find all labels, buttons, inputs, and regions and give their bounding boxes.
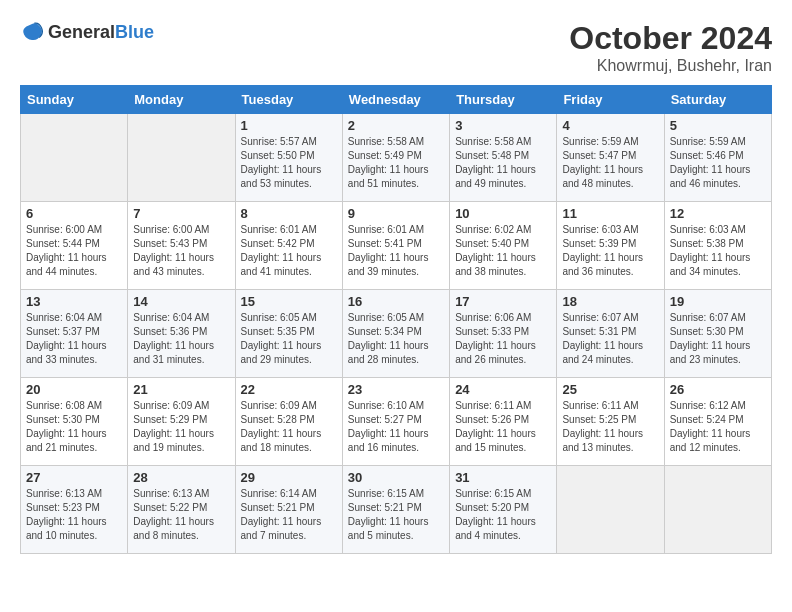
day-number: 29 (241, 470, 337, 485)
day-cell: 22Sunrise: 6:09 AMSunset: 5:28 PMDayligh… (235, 378, 342, 466)
day-cell: 8Sunrise: 6:01 AMSunset: 5:42 PMDaylight… (235, 202, 342, 290)
day-number: 31 (455, 470, 551, 485)
day-number: 30 (348, 470, 444, 485)
day-info: Sunrise: 6:13 AMSunset: 5:22 PMDaylight:… (133, 487, 229, 543)
day-number: 3 (455, 118, 551, 133)
day-info: Sunrise: 6:11 AMSunset: 5:25 PMDaylight:… (562, 399, 658, 455)
day-info: Sunrise: 6:10 AMSunset: 5:27 PMDaylight:… (348, 399, 444, 455)
header-thursday: Thursday (450, 86, 557, 114)
calendar-table: SundayMondayTuesdayWednesdayThursdayFrid… (20, 85, 772, 554)
day-info: Sunrise: 6:03 AMSunset: 5:39 PMDaylight:… (562, 223, 658, 279)
day-info: Sunrise: 6:04 AMSunset: 5:36 PMDaylight:… (133, 311, 229, 367)
day-number: 11 (562, 206, 658, 221)
day-number: 13 (26, 294, 122, 309)
logo-blue: Blue (115, 22, 154, 42)
day-cell (21, 114, 128, 202)
day-cell: 15Sunrise: 6:05 AMSunset: 5:35 PMDayligh… (235, 290, 342, 378)
day-info: Sunrise: 6:12 AMSunset: 5:24 PMDaylight:… (670, 399, 766, 455)
header-wednesday: Wednesday (342, 86, 449, 114)
calendar-body: 1Sunrise: 5:57 AMSunset: 5:50 PMDaylight… (21, 114, 772, 554)
logo-general: General (48, 22, 115, 42)
header-tuesday: Tuesday (235, 86, 342, 114)
day-info: Sunrise: 6:02 AMSunset: 5:40 PMDaylight:… (455, 223, 551, 279)
day-number: 16 (348, 294, 444, 309)
header-saturday: Saturday (664, 86, 771, 114)
day-cell: 17Sunrise: 6:06 AMSunset: 5:33 PMDayligh… (450, 290, 557, 378)
week-row-1: 1Sunrise: 5:57 AMSunset: 5:50 PMDaylight… (21, 114, 772, 202)
location: Khowrmuj, Bushehr, Iran (569, 57, 772, 75)
day-cell: 2Sunrise: 5:58 AMSunset: 5:49 PMDaylight… (342, 114, 449, 202)
day-info: Sunrise: 6:09 AMSunset: 5:29 PMDaylight:… (133, 399, 229, 455)
title-block: October 2024 Khowrmuj, Bushehr, Iran (569, 20, 772, 75)
day-number: 9 (348, 206, 444, 221)
day-cell: 16Sunrise: 6:05 AMSunset: 5:34 PMDayligh… (342, 290, 449, 378)
day-cell: 30Sunrise: 6:15 AMSunset: 5:21 PMDayligh… (342, 466, 449, 554)
logo-text: GeneralBlue (48, 22, 154, 43)
day-cell: 25Sunrise: 6:11 AMSunset: 5:25 PMDayligh… (557, 378, 664, 466)
day-info: Sunrise: 6:15 AMSunset: 5:21 PMDaylight:… (348, 487, 444, 543)
day-number: 8 (241, 206, 337, 221)
day-cell (664, 466, 771, 554)
day-info: Sunrise: 6:00 AMSunset: 5:43 PMDaylight:… (133, 223, 229, 279)
day-number: 27 (26, 470, 122, 485)
day-cell: 27Sunrise: 6:13 AMSunset: 5:23 PMDayligh… (21, 466, 128, 554)
day-info: Sunrise: 6:11 AMSunset: 5:26 PMDaylight:… (455, 399, 551, 455)
day-number: 26 (670, 382, 766, 397)
day-number: 4 (562, 118, 658, 133)
day-number: 14 (133, 294, 229, 309)
day-info: Sunrise: 6:07 AMSunset: 5:31 PMDaylight:… (562, 311, 658, 367)
calendar-header: SundayMondayTuesdayWednesdayThursdayFrid… (21, 86, 772, 114)
day-cell: 6Sunrise: 6:00 AMSunset: 5:44 PMDaylight… (21, 202, 128, 290)
day-cell: 14Sunrise: 6:04 AMSunset: 5:36 PMDayligh… (128, 290, 235, 378)
day-cell (557, 466, 664, 554)
day-number: 25 (562, 382, 658, 397)
day-cell: 11Sunrise: 6:03 AMSunset: 5:39 PMDayligh… (557, 202, 664, 290)
day-number: 18 (562, 294, 658, 309)
day-info: Sunrise: 6:09 AMSunset: 5:28 PMDaylight:… (241, 399, 337, 455)
day-info: Sunrise: 6:03 AMSunset: 5:38 PMDaylight:… (670, 223, 766, 279)
day-cell: 9Sunrise: 6:01 AMSunset: 5:41 PMDaylight… (342, 202, 449, 290)
day-cell: 26Sunrise: 6:12 AMSunset: 5:24 PMDayligh… (664, 378, 771, 466)
day-info: Sunrise: 5:59 AMSunset: 5:47 PMDaylight:… (562, 135, 658, 191)
day-cell: 28Sunrise: 6:13 AMSunset: 5:22 PMDayligh… (128, 466, 235, 554)
day-number: 21 (133, 382, 229, 397)
day-cell: 12Sunrise: 6:03 AMSunset: 5:38 PMDayligh… (664, 202, 771, 290)
header-sunday: Sunday (21, 86, 128, 114)
header-friday: Friday (557, 86, 664, 114)
day-cell: 20Sunrise: 6:08 AMSunset: 5:30 PMDayligh… (21, 378, 128, 466)
day-info: Sunrise: 6:05 AMSunset: 5:34 PMDaylight:… (348, 311, 444, 367)
day-number: 2 (348, 118, 444, 133)
day-cell: 5Sunrise: 5:59 AMSunset: 5:46 PMDaylight… (664, 114, 771, 202)
day-cell: 10Sunrise: 6:02 AMSunset: 5:40 PMDayligh… (450, 202, 557, 290)
day-cell: 24Sunrise: 6:11 AMSunset: 5:26 PMDayligh… (450, 378, 557, 466)
week-row-3: 13Sunrise: 6:04 AMSunset: 5:37 PMDayligh… (21, 290, 772, 378)
day-number: 10 (455, 206, 551, 221)
day-cell: 4Sunrise: 5:59 AMSunset: 5:47 PMDaylight… (557, 114, 664, 202)
day-number: 20 (26, 382, 122, 397)
day-number: 15 (241, 294, 337, 309)
day-number: 5 (670, 118, 766, 133)
day-info: Sunrise: 6:05 AMSunset: 5:35 PMDaylight:… (241, 311, 337, 367)
day-info: Sunrise: 6:06 AMSunset: 5:33 PMDaylight:… (455, 311, 551, 367)
day-info: Sunrise: 6:07 AMSunset: 5:30 PMDaylight:… (670, 311, 766, 367)
day-number: 23 (348, 382, 444, 397)
logo-icon (20, 20, 44, 44)
day-cell: 21Sunrise: 6:09 AMSunset: 5:29 PMDayligh… (128, 378, 235, 466)
day-info: Sunrise: 6:01 AMSunset: 5:42 PMDaylight:… (241, 223, 337, 279)
month-title: October 2024 (569, 20, 772, 57)
week-row-2: 6Sunrise: 6:00 AMSunset: 5:44 PMDaylight… (21, 202, 772, 290)
day-cell: 29Sunrise: 6:14 AMSunset: 5:21 PMDayligh… (235, 466, 342, 554)
day-number: 19 (670, 294, 766, 309)
day-cell: 18Sunrise: 6:07 AMSunset: 5:31 PMDayligh… (557, 290, 664, 378)
header-row: SundayMondayTuesdayWednesdayThursdayFrid… (21, 86, 772, 114)
day-number: 17 (455, 294, 551, 309)
day-cell: 7Sunrise: 6:00 AMSunset: 5:43 PMDaylight… (128, 202, 235, 290)
day-number: 22 (241, 382, 337, 397)
day-info: Sunrise: 6:13 AMSunset: 5:23 PMDaylight:… (26, 487, 122, 543)
page-header: GeneralBlue October 2024 Khowrmuj, Bushe… (20, 20, 772, 75)
day-number: 1 (241, 118, 337, 133)
day-info: Sunrise: 6:01 AMSunset: 5:41 PMDaylight:… (348, 223, 444, 279)
day-cell: 13Sunrise: 6:04 AMSunset: 5:37 PMDayligh… (21, 290, 128, 378)
day-info: Sunrise: 5:57 AMSunset: 5:50 PMDaylight:… (241, 135, 337, 191)
day-cell: 31Sunrise: 6:15 AMSunset: 5:20 PMDayligh… (450, 466, 557, 554)
